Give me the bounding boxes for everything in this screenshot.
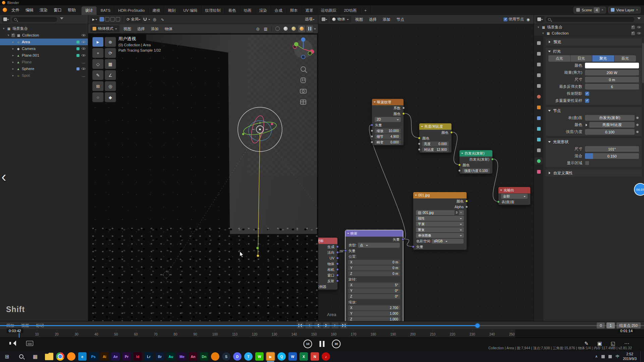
tool-move[interactable]: + — [92, 48, 104, 58]
viewport-canvas[interactable]: ►⊕+⟳◇▦✎∠⊞◎○◆ 用户透视 (0) Collection | Area … — [88, 15, 318, 321]
view-layer-close-icon[interactable]: × — [636, 8, 638, 12]
tool-rotate[interactable]: ⟳ — [105, 48, 116, 58]
render-checkbox[interactable] — [631, 32, 635, 35]
taskbar-app-12[interactable]: Me — [178, 352, 186, 361]
visibility-eye-icon[interactable] — [637, 31, 641, 36]
app-menu-1[interactable]: 编辑 — [22, 6, 37, 14]
socket[interactable] — [371, 141, 373, 143]
scene-selector[interactable]: Scene 4 × — [574, 7, 606, 13]
workspace-tab-11[interactable]: 脚本 — [286, 6, 302, 15]
section-header[interactable]: 节点 — [545, 107, 642, 114]
taskbar-app-23[interactable]: X — [300, 352, 308, 361]
viewport-menu-1[interactable]: 选择 — [134, 24, 148, 33]
node-value-field[interactable]: 亮度0.000 — [422, 141, 449, 146]
taskbar-app-13[interactable]: An — [189, 352, 197, 361]
tab-view-layer[interactable] — [535, 72, 543, 78]
scene-unlink-icon[interactable]: × — [601, 8, 603, 12]
node-value-field[interactable]: 畸变0.000 — [375, 140, 401, 145]
subtitles-icon[interactable] — [26, 341, 33, 346]
node-value-field[interactable]: X2.700 — [348, 305, 400, 310]
workspace-tab-4[interactable]: 雕刻 — [164, 6, 179, 15]
taskbar-app-7[interactable]: Pr — [122, 352, 131, 361]
value-field[interactable]: 200 W — [585, 70, 639, 75]
node-header[interactable]: 亮度/对比度 — [419, 123, 451, 130]
node-header[interactable]: 001.jpg — [413, 192, 467, 198]
section-header[interactable]: 灯光 — [545, 48, 642, 55]
timeline-menu-2[interactable]: 标记 — [33, 321, 47, 330]
input-method-indicator[interactable]: 中 — [615, 354, 619, 359]
volume-icon[interactable] — [9, 341, 16, 346]
outliner-item[interactable]: ▾▦场景集合 — [0, 25, 88, 32]
node-value-field[interactable]: X0 m — [348, 260, 400, 265]
next-keyframe-button[interactable] — [332, 322, 338, 328]
node-value-field[interactable]: 对比度12.900 — [422, 147, 449, 152]
node-noise-texture[interactable]: 噪波纹理系数颜色2D矢量缩放10.000细节4.900畸变0.000 — [372, 99, 404, 145]
proportional-edit-icon[interactable]: ◎ — [151, 16, 158, 23]
jump-to-start-button[interactable] — [297, 322, 304, 328]
tray-expand-icon[interactable]: ∧ — [595, 354, 598, 359]
right-outliner-item[interactable]: ▾▦场景集合 — [534, 24, 644, 30]
app-menu-0[interactable]: 文件 — [8, 6, 22, 14]
node-value-field[interactable]: Z0 m — [348, 271, 400, 276]
right-outliner-search-input[interactable] — [552, 17, 632, 21]
node-editor-menu-3[interactable]: 节点 — [393, 15, 407, 24]
workspace-tab-3[interactable]: 建模 — [149, 6, 164, 15]
tool-measure[interactable]: ∠ — [105, 70, 116, 80]
tab-scene[interactable] — [535, 82, 543, 89]
tool-extra-1[interactable]: ○ — [92, 92, 104, 102]
taskbar-app-9[interactable]: Lr — [145, 352, 153, 361]
node-image-texture[interactable]: 001.jpg颜色Alpha001.jpg3×线性平展重复单张图像色彩空间sRG… — [413, 192, 467, 250]
taskbar-app-10[interactable]: Br — [156, 352, 164, 361]
app-menu-3[interactable]: 窗口 — [51, 6, 65, 14]
workspace-tab-12[interactable]: 遮罩 — [302, 6, 317, 15]
visibility-eye-icon[interactable] — [81, 40, 86, 44]
app-menu-2[interactable]: 渲染 — [37, 6, 51, 14]
taskbar-app-21[interactable]: Q — [277, 352, 286, 361]
workspace-tab-8[interactable]: 动画 — [240, 6, 256, 15]
options-dropdown[interactable]: 选项 — [304, 16, 316, 23]
taskbar-app-1[interactable] — [56, 352, 64, 361]
workspace-tab-15[interactable]: + — [361, 6, 371, 15]
expander-icon[interactable]: ▸ — [11, 47, 15, 50]
workspace-tab-6[interactable]: 纹理绘制 — [202, 6, 225, 15]
shading-material-icon[interactable] — [290, 25, 297, 32]
node-socket-indicator[interactable] — [636, 123, 639, 126]
socket[interactable] — [336, 268, 339, 271]
light-type-option-3[interactable]: 面光 — [614, 55, 636, 62]
tool-extra-2[interactable]: ◆ — [105, 92, 116, 102]
outliner-item[interactable]: ▸◆Camera — [0, 45, 88, 52]
timeline-ruler[interactable]: 1020304050607080901001101201301401501601… — [0, 329, 644, 338]
value-field[interactable]: 6 — [585, 84, 639, 89]
viewport-menu-0[interactable]: 视图 — [120, 24, 134, 33]
right-outliner-search[interactable] — [545, 16, 635, 22]
node-socket-indicator[interactable] — [636, 116, 639, 119]
node-dropdown[interactable]: 线性 — [416, 216, 464, 221]
filter-icon[interactable] — [637, 17, 641, 21]
taskbar-app-2[interactable] — [67, 352, 75, 361]
section-header[interactable]: 自定义属性 — [545, 169, 642, 177]
use-nodes-checkbox[interactable] — [503, 17, 507, 21]
expander-icon[interactable]: ▸ — [11, 67, 15, 70]
tab-output[interactable] — [535, 61, 543, 68]
node-editor-menu-0[interactable]: 视图 — [352, 15, 366, 24]
player-back-arrow[interactable]: ‹ — [1, 169, 6, 184]
outliner-item[interactable]: ▸▲Plane — [0, 59, 88, 65]
node-value-field[interactable]: 细节4.900 — [375, 134, 401, 139]
outliner-item[interactable]: ▸☼Spot — [0, 72, 88, 79]
node-value-field[interactable]: Y0 m — [348, 265, 400, 270]
checkbox[interactable] — [585, 99, 589, 103]
socket[interactable] — [371, 124, 373, 126]
node-header[interactable]: 映射 — [345, 230, 403, 237]
visibility-eye-icon[interactable] — [637, 25, 641, 29]
hidden-eye-icon[interactable] — [81, 73, 86, 78]
play-button[interactable] — [323, 322, 330, 328]
expander-icon[interactable]: ▾ — [7, 34, 10, 37]
node-dropdown[interactable]: 平展 — [416, 222, 464, 227]
node-value-field[interactable]: Z1.000 — [348, 317, 400, 321]
shading-rendered-icon[interactable] — [298, 25, 305, 32]
node-light-output[interactable]: 光输出全部表(曲)面 — [498, 187, 531, 205]
current-frame-field[interactable]: 1 — [606, 322, 614, 328]
node-dropdown[interactable]: sRGB — [432, 239, 464, 244]
socket[interactable] — [401, 238, 404, 241]
workspace-tab-7[interactable]: 着色 — [225, 6, 240, 15]
